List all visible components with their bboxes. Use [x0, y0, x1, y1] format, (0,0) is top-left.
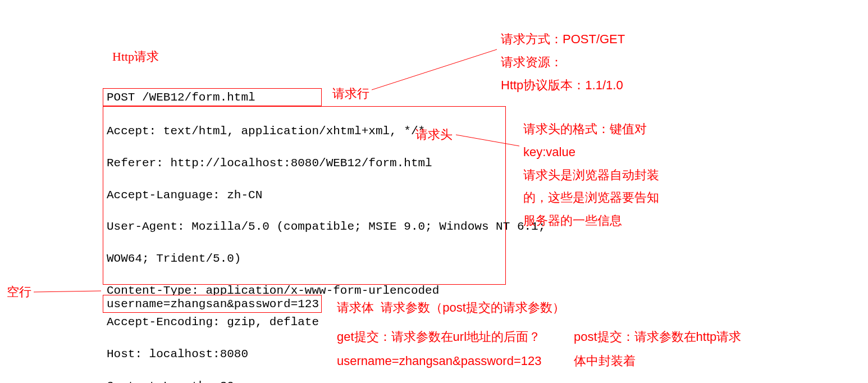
bottom-left-annotation: get提交：请求参数在url地址的后面？ username=zhangsan&p…	[337, 329, 541, 370]
anno-line: 请求头的格式：键值对	[523, 121, 659, 138]
svg-line-2	[34, 291, 101, 292]
anno-line: 请求方式：POST/GET	[501, 31, 625, 48]
anno-line: 请求头是浏览器自动封装	[523, 167, 659, 184]
request-body-label: 请求体 请求参数（post提交的请求参数）	[337, 299, 565, 317]
anno-line: username=zhangsan&password=123	[337, 353, 541, 370]
anno-line: get提交：请求参数在url地址的后面？	[337, 329, 541, 346]
request-body-box: username=zhangsan&password=123	[103, 295, 322, 313]
svg-line-0	[372, 49, 497, 90]
diagram-title: Http请求	[112, 48, 159, 65]
right-mid-annotation: 请求头的格式：键值对 key:value 请求头是浏览器自动封装 的，这些是浏览…	[523, 121, 659, 230]
header-line: User-Agent: Mozilla/5.0 (compatible; MSI…	[107, 219, 502, 235]
right-top-annotation: 请求方式：POST/GET 请求资源： Http协议版本：1.1/1.0	[501, 31, 625, 94]
request-body-text: username=zhangsan&password=123	[107, 298, 319, 311]
request-line-box: POST /WEB12/form.html HTTP/1.1	[103, 88, 322, 106]
req-params-word: 请求参数（post提交的请求参数）	[381, 300, 565, 314]
empty-line-label: 空行	[7, 284, 31, 301]
anno-line: 体中封装着	[574, 353, 741, 370]
anno-line: 的，这些是浏览器要告知	[523, 189, 659, 207]
header-line: WOW64; Trident/5.0)	[107, 251, 502, 267]
bottom-right-annotation: post提交：请求参数在http请求 体中封装着	[574, 329, 741, 370]
anno-line: post提交：请求参数在http请求	[574, 329, 741, 346]
header-line: Referer: http://localhost:8080/WEB12/for…	[107, 156, 502, 171]
request-header-label: 请求头	[415, 126, 453, 144]
header-line: Content-Length: 30	[107, 379, 502, 383]
request-line-label: 请求行	[332, 85, 369, 103]
anno-line: Http协议版本：1.1/1.0	[501, 77, 625, 94]
req-body-word: 请求体	[337, 300, 374, 314]
anno-line: 请求资源：	[501, 54, 625, 71]
anno-line: 服务器的一些信息	[523, 212, 659, 230]
header-line: Accept-Language: zh-CN	[107, 188, 502, 203]
anno-line: key:value	[523, 144, 659, 161]
